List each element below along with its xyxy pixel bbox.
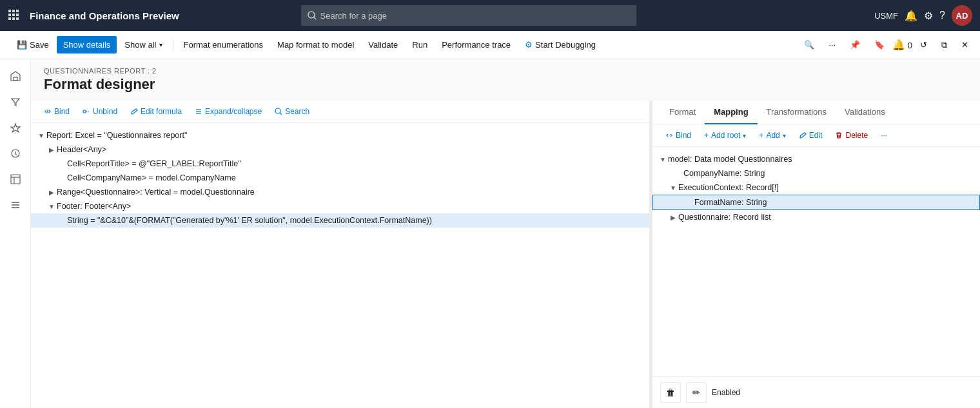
map-item-label: FormatName: String (694, 198, 767, 207)
tab-transformations[interactable]: Transformations (758, 101, 836, 124)
format-tree: ▼ Report: Excel = "Questionnaires report… (31, 123, 649, 408)
search-cmd-button[interactable]: 🔍 (798, 36, 821, 53)
top-navigation: Finance and Operations Preview Search fo… (0, 0, 980, 31)
sidebar-recent-icon[interactable] (4, 142, 27, 165)
edit-button[interactable]: Edit (794, 128, 828, 142)
tree-item-string-footer[interactable]: String = "&C&10"&(FORMAT("Generated by'%… (31, 213, 649, 228)
tree-item-cell-company[interactable]: Cell<CompanyName> = model.CompanyName (31, 171, 649, 185)
sidebar-tables-icon[interactable] (4, 168, 27, 191)
plus-icon: + (704, 131, 709, 140)
tree-item-label: Report: Excel = "Questionnaires report" (46, 131, 187, 140)
open-new-button[interactable]: ⧉ (935, 36, 954, 54)
sidebar (0, 59, 31, 408)
edit-mapping-button[interactable]: ✏ (686, 382, 707, 403)
more-options-button[interactable]: ··· (822, 36, 842, 53)
svg-rect-11 (14, 77, 17, 81)
refresh-button[interactable]: ↺ (914, 36, 934, 53)
delete-mapping-button[interactable]: 🗑 (660, 382, 681, 403)
pencil-icon: ✏ (692, 387, 700, 398)
sidebar-filter-icon[interactable] (4, 90, 27, 113)
command-bar: 💾 Save Show details Show all ▾ Format en… (0, 31, 980, 59)
start-debugging-button[interactable]: ⚙ Start Debugging (518, 36, 602, 53)
map-item-exec-context[interactable]: ▼ ExecutionContext: Record[!] (652, 180, 980, 195)
ellipsis-icon: ··· (828, 40, 836, 50)
expand-icon: ▼ (36, 132, 46, 139)
refresh-icon: ↺ (920, 40, 927, 50)
pin-button[interactable]: 📌 (843, 36, 867, 53)
settings-icon[interactable]: ⚙ (924, 10, 933, 22)
search-icon: 🔍 (804, 40, 814, 50)
chevron-down-icon: ▾ (159, 41, 162, 48)
debug-icon: ⚙ (525, 40, 533, 50)
chevron-down-icon: ▾ (783, 132, 786, 139)
close-icon: ✕ (961, 40, 968, 50)
sidebar-favorites-icon[interactable] (4, 116, 27, 139)
help-icon[interactable]: ? (939, 10, 945, 21)
tab-mapping[interactable]: Mapping (705, 101, 757, 124)
global-search[interactable]: Search for a page (301, 5, 636, 26)
show-all-button[interactable]: Show all ▾ (118, 36, 168, 53)
tab-format[interactable]: Format (660, 101, 705, 124)
map-item-label: Questionnaire: Record list (678, 213, 771, 222)
grid-icon[interactable] (8, 9, 19, 23)
bind-button[interactable]: Bind (39, 104, 75, 119)
show-details-button[interactable]: Show details (57, 36, 117, 53)
validate-button[interactable]: Validate (362, 36, 404, 53)
map-item-questionnaire[interactable]: ▶ Questionnaire: Record list (652, 210, 980, 224)
search-button[interactable]: Search (270, 104, 315, 119)
format-toolbar: Bind Unbind Edit formula Expand/collapse (31, 101, 649, 123)
avatar[interactable]: AD (952, 5, 972, 26)
tree-item-cell-report-title[interactable]: Cell<ReportTitle> = @"GER_LABEL:ReportTi… (31, 157, 649, 171)
chevron-down-icon: ▾ (743, 132, 746, 139)
svg-point-9 (308, 12, 315, 18)
map-item-company-name[interactable]: CompanyName: String (652, 166, 980, 180)
expand-collapse-button[interactable]: Expand/collapse (190, 104, 267, 119)
trash-icon: 🗑 (666, 387, 675, 398)
notification-icon[interactable]: 🔔 (905, 10, 917, 22)
map-item-model[interactable]: ▼ model: Data model Questionnaires (652, 152, 980, 166)
run-button[interactable]: Run (406, 36, 434, 53)
expand-icon: ▼ (668, 184, 678, 191)
close-button[interactable]: ✕ (955, 36, 975, 53)
svg-point-24 (275, 108, 280, 113)
search-placeholder: Search for a page (320, 11, 387, 21)
tree-item-label: Cell<ReportTitle> = @"GER_LABEL:ReportTi… (67, 159, 241, 168)
notification-badge[interactable]: 🔔 0 (892, 39, 912, 51)
tree-item-label: Header<Any> (57, 145, 106, 154)
mapping-bottom: 🗑 ✏ Enabled (652, 376, 980, 408)
breadcrumb: QUESTIONNAIRES REPORT : 2 (44, 67, 967, 75)
edit-formula-button[interactable]: Edit formula (125, 104, 187, 119)
tab-validations[interactable]: Validations (836, 101, 894, 124)
expand-icon: ▶ (46, 189, 57, 196)
tree-item-footer[interactable]: ▼ Footer: Footer<Any> (31, 199, 649, 213)
save-button[interactable]: 💾 Save (10, 36, 55, 53)
map-format-to-model-button[interactable]: Map format to model (271, 36, 360, 53)
tree-item-label: Cell<CompanyName> = model.CompanyName (67, 173, 236, 182)
expand-icon: ▶ (46, 146, 57, 153)
mapping-bind-button[interactable]: Bind (660, 128, 696, 142)
map-item-format-name[interactable]: FormatName: String (652, 195, 980, 210)
format-enumerations-button[interactable]: Format enumerations (177, 36, 270, 53)
expand-icon: ▶ (668, 214, 678, 221)
unbind-button[interactable]: Unbind (77, 104, 122, 119)
performance-trace-button[interactable]: Performance trace (435, 36, 517, 53)
svg-rect-3 (8, 14, 11, 16)
add-button[interactable]: + Add ▾ (754, 128, 790, 142)
tree-item-report[interactable]: ▼ Report: Excel = "Questionnaires report… (31, 128, 649, 142)
delete-button[interactable]: Delete (830, 128, 873, 142)
svg-rect-7 (12, 17, 15, 20)
svg-line-10 (314, 17, 316, 19)
tree-item-header[interactable]: ▶ Header<Any> (31, 142, 649, 157)
tree-item-range-questionnaire[interactable]: ▶ Range<Questionnaire>: Vertical = model… (31, 185, 649, 199)
sidebar-home-icon[interactable] (4, 64, 27, 88)
mapping-tabs: Format Mapping Transformations Validatio… (652, 101, 980, 124)
bookmark-button[interactable]: 🔖 (868, 36, 891, 53)
more-options-mapping-button[interactable]: ··· (876, 128, 892, 142)
add-root-button[interactable]: + Add root ▾ (699, 128, 751, 142)
svg-rect-8 (16, 17, 19, 20)
svg-rect-1 (12, 10, 15, 12)
top-right-icons: USMF 🔔 ⚙ ? AD (874, 5, 972, 26)
sidebar-list-icon[interactable] (4, 193, 27, 217)
pin-icon: 📌 (850, 40, 860, 50)
mapping-pane: Format Mapping Transformations Validatio… (652, 101, 980, 408)
